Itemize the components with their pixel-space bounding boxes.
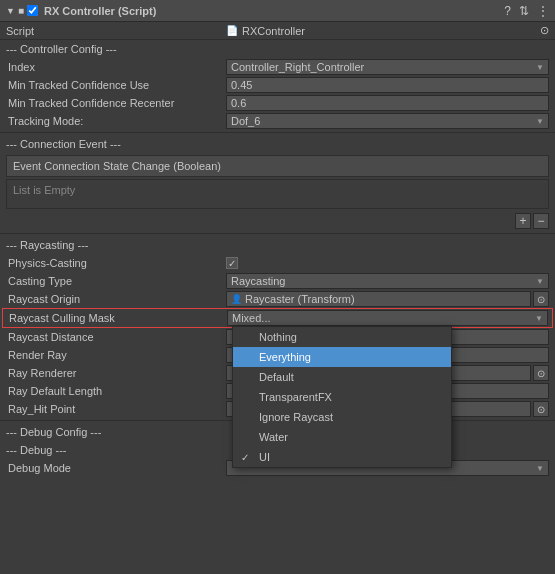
event-box: Event Connection State Change (Boolean) (6, 155, 549, 177)
everything-label: Everything (259, 351, 311, 363)
casting-type-dropdown-arrow: ▼ (536, 277, 544, 286)
debug-mode-label: Debug Mode (6, 462, 226, 474)
event-empty-box: List is Empty (6, 179, 549, 209)
ray-renderer-pick-btn[interactable]: ⊙ (533, 365, 549, 381)
physics-casting-label: Physics-Casting (6, 257, 226, 269)
header-icons: ▼ ■ (6, 5, 38, 16)
min-tracked-recenter-row: Min Tracked Confidence Recenter 0.6 (0, 94, 555, 112)
script-name[interactable]: RXController (242, 25, 305, 37)
min-tracked-recenter-label: Min Tracked Confidence Recenter (6, 97, 226, 109)
ignore-raycast-label: Ignore Raycast (259, 411, 333, 423)
min-tracked-recenter-value: 0.6 (226, 95, 549, 111)
raycasting-header: --- Raycasting --- (0, 236, 555, 254)
ray-hit-point-pick-btn[interactable]: ⊙ (533, 401, 549, 417)
separator-1 (0, 132, 555, 133)
debug-mode-dropdown-arrow: ▼ (536, 464, 544, 473)
add-button[interactable]: + (515, 213, 531, 229)
casting-type-dropdown[interactable]: Raycasting ▼ (226, 273, 549, 289)
tracking-mode-dropdown[interactable]: Dof_6 ▼ (226, 113, 549, 129)
panel-header: ▼ ■ RX Controller (Script) ? ⇅ ⋮ (0, 0, 555, 22)
raycast-origin-value: 👤 Raycaster (Transform) ⊙ (226, 291, 549, 307)
remove-button[interactable]: − (533, 213, 549, 229)
dropdown-item-default[interactable]: Default (233, 367, 451, 387)
dropdown-item-water[interactable]: Water (233, 427, 451, 447)
script-row: Script 📄 RXController ⊙ (0, 22, 555, 40)
min-tracked-row: Min Tracked Confidence Use 0.45 (0, 76, 555, 94)
ray-renderer-label: Ray Renderer (6, 367, 226, 379)
raycast-origin-label: Raycast Origin (6, 293, 226, 305)
tracking-mode-dropdown-arrow: ▼ (536, 117, 544, 126)
header-actions: ? ⇅ ⋮ (504, 4, 549, 18)
script-value: 📄 RXController (226, 25, 536, 37)
min-tracked-input[interactable]: 0.45 (226, 77, 549, 93)
raycaster-icon: 👤 (231, 294, 242, 304)
list-empty-label: List is Empty (13, 184, 75, 196)
index-dropdown-arrow: ▼ (536, 63, 544, 72)
expand-arrow-icon[interactable]: ▼ (6, 6, 15, 16)
dropdown-item-ignore-raycast[interactable]: Ignore Raycast (233, 407, 451, 427)
raycast-culling-row: Raycast Culling Mask Mixed... ▼ (2, 308, 553, 328)
min-tracked-value: 0.45 (226, 77, 549, 93)
casting-type-value: Raycasting ▼ (226, 273, 549, 289)
dropdown-item-transparentfx[interactable]: TransparentFX (233, 387, 451, 407)
ray-hit-point-label: Ray_Hit Point (6, 403, 226, 415)
raycast-culling-dropdown[interactable]: Mixed... ▼ (227, 310, 548, 326)
tracking-mode-row: Tracking Mode: Dof_6 ▼ (0, 112, 555, 130)
script-settings-icon[interactable]: ⊙ (540, 24, 549, 37)
script-file-icon: 📄 (226, 25, 238, 36)
physics-casting-checkbox[interactable]: ✓ (226, 257, 238, 269)
event-label: Event Connection State Change (Boolean) (13, 160, 221, 172)
min-tracked-label: Min Tracked Confidence Use (6, 79, 226, 91)
raycast-origin-input[interactable]: 👤 Raycaster (Transform) (226, 291, 531, 307)
script-icon: ■ (18, 5, 24, 16)
index-value: Controller_Right_Controller ▼ (226, 59, 549, 75)
tracking-mode-value: Dof_6 ▼ (226, 113, 549, 129)
render-ray-label: Render Ray (6, 349, 226, 361)
ray-default-length-label: Ray Default Length (6, 385, 226, 397)
raycast-origin-pick-btn[interactable]: ⊙ (533, 291, 549, 307)
water-label: Water (259, 431, 288, 443)
index-dropdown[interactable]: Controller_Right_Controller ▼ (226, 59, 549, 75)
casting-type-label: Casting Type (6, 275, 226, 287)
settings-icon[interactable]: ⇅ (519, 4, 529, 18)
script-label: Script (6, 25, 226, 37)
transparentfx-label: TransparentFX (259, 391, 332, 403)
tracking-mode-label: Tracking Mode: (6, 115, 226, 127)
menu-icon[interactable]: ⋮ (537, 4, 549, 18)
dropdown-item-nothing[interactable]: Nothing (233, 327, 451, 347)
add-remove-row: + − (0, 211, 555, 231)
index-row: Index Controller_Right_Controller ▼ (0, 58, 555, 76)
default-label: Default (259, 371, 294, 383)
panel-content: Script 📄 RXController ⊙ --- Controller C… (0, 22, 555, 574)
raycast-culling-dropdown-arrow: ▼ (535, 314, 543, 323)
dropdown-item-everything[interactable]: Everything (233, 347, 451, 367)
panel-title: RX Controller (Script) (44, 5, 504, 17)
casting-type-row: Casting Type Raycasting ▼ (0, 272, 555, 290)
ui-label: UI (259, 451, 270, 463)
ui-check: ✓ (241, 452, 253, 463)
dropdown-item-ui[interactable]: ✓ UI (233, 447, 451, 467)
min-tracked-recenter-input[interactable]: 0.6 (226, 95, 549, 111)
help-icon[interactable]: ? (504, 4, 511, 18)
index-label: Index (6, 61, 226, 73)
raycast-culling-value: Mixed... ▼ (227, 310, 548, 326)
physics-casting-row: Physics-Casting ✓ (0, 254, 555, 272)
physics-casting-value: ✓ (226, 257, 549, 269)
enabled-checkbox[interactable] (27, 5, 38, 16)
rx-controller-panel: ▼ ■ RX Controller (Script) ? ⇅ ⋮ Script … (0, 0, 555, 574)
raycast-distance-label: Raycast Distance (6, 331, 226, 343)
separator-2 (0, 233, 555, 234)
raycast-culling-label: Raycast Culling Mask (7, 312, 227, 324)
nothing-label: Nothing (259, 331, 297, 343)
connection-event-header: --- Connection Event --- (0, 135, 555, 153)
raycast-origin-row: Raycast Origin 👤 Raycaster (Transform) ⊙ (0, 290, 555, 308)
controller-config-header: --- Controller Config --- (0, 40, 555, 58)
dropdown-popup: Nothing Everything Default TransparentFX… (232, 326, 452, 468)
